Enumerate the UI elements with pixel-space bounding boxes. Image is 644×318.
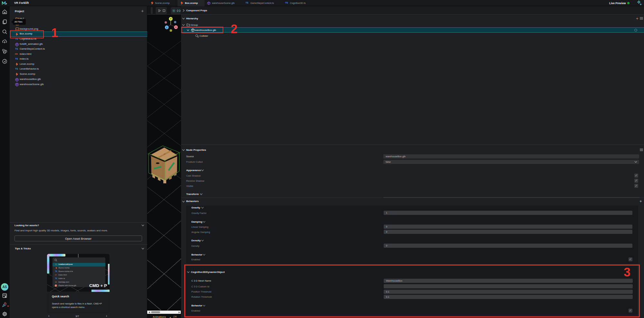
svg-text:X: X — [175, 26, 177, 28]
svg-text:Z: Z — [166, 26, 168, 29]
svg-text:Y: Y — [170, 18, 172, 20]
